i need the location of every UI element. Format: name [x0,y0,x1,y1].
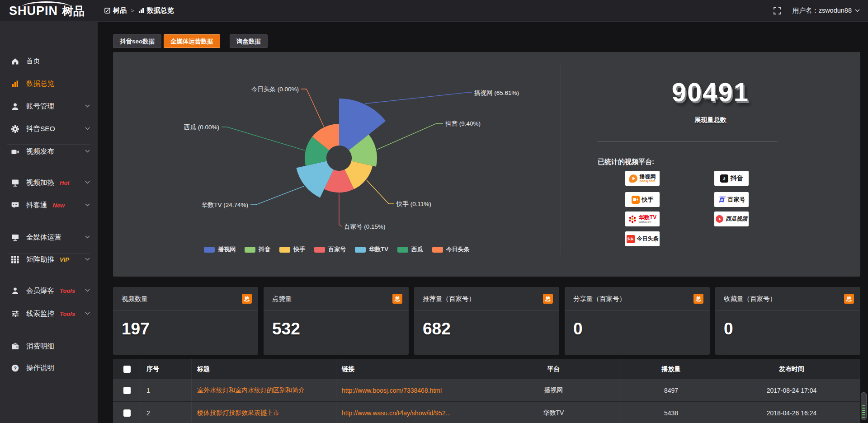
column-header-5: 播放量 [619,359,723,379]
legend-item-快手[interactable]: 快手 [279,245,305,254]
stat-card-total-badge[interactable]: 总 [392,294,402,304]
shupin-icon [104,8,110,14]
breadcrumb-current[interactable]: 数据总览 [138,6,174,15]
sidebar-item-chevron [85,150,90,153]
legend-item-百家号[interactable]: 百家号 [314,245,346,254]
cell-title-link[interactable]: 室外水纹灯和室内水纹灯的区别和简介 [192,379,336,401]
legend-item-抖音[interactable]: 抖音 [245,245,270,254]
platform-badge-百家号: 百百家号 [714,192,749,207]
legend-swatch [245,247,255,253]
pie-label-华数TV: 华数TV (24.74%) [202,202,248,208]
tab-3[interactable]: 询盘数据 [230,34,268,48]
legend-item-播视网[interactable]: 播视网 [204,245,236,254]
sidebar-item-label: 矩阵助推 [26,255,54,264]
legend-item-今日头条[interactable]: 今日头条 [432,245,470,254]
table-row: 1室外水纹灯和室内水纹灯的区别和简介http://www.boosj.com/7… [113,379,860,401]
summary-divider [597,141,778,141]
bar-chart-icon [138,8,144,14]
platform-badge-播视网: 播视网boosj.com [625,171,660,186]
sidebar-item-1[interactable]: 首页 [0,52,98,70]
row-checkbox[interactable] [123,387,131,394]
chart-legend: 播视网抖音快手百家号华数TV西瓜今日头条 [113,245,561,254]
stat-card-2: 点赞量总532 [264,287,409,355]
platform-badge-西瓜视频: 西瓜视频 [714,212,749,226]
stat-card-label: 点赞量 [272,287,292,310]
pie-label-line [250,186,304,205]
legend-label: 快手 [293,245,305,254]
stat-card-total-badge[interactable]: 总 [242,294,252,304]
stat-card-total-badge[interactable]: 总 [543,294,553,304]
pie-slice-华数TV[interactable] [296,161,334,197]
video-data-table: 序号标题链接平台播放量发布时间1室外水纹灯和室内水纹灯的区别和简介http://… [113,359,860,423]
sidebar-item-2[interactable]: 数据总览 [0,75,98,93]
member-icon [11,287,19,295]
stat-card-total-badge[interactable]: 总 [693,294,703,304]
stat-card-5: 收藏量（百家号）总0 [715,287,860,355]
username-dropdown[interactable]: 用户名：zswodun88 [793,6,860,15]
stat-card-label: 分享量（百家号） [573,287,626,310]
sidebar-item-13[interactable]: ?操作说明 [0,359,98,377]
platform-badge-抖音: ♪抖音 [714,171,749,186]
chevron-down-icon [85,150,90,153]
sidebar-item-label: 线索监控 [26,309,54,319]
fullscreen-button[interactable] [774,7,781,14]
pie-label-抖音: 抖音 (9.40%) [445,120,481,127]
sidebar-item-chevron [85,289,90,292]
cell-url-link[interactable]: http://www.boosj.com/7338468.html [336,379,488,401]
cell-url-link[interactable]: http://www.wasu.cn/Play/show/id/952... [336,402,488,423]
chat-icon [11,202,19,209]
sidebar-item-tag: New [53,202,65,209]
legend-label: 西瓜 [411,245,423,254]
stat-card-total-badge[interactable]: 总 [844,294,854,304]
sidebar-item-5[interactable]: 视频发布 [0,142,98,160]
bar-chart-icon [11,80,19,88]
cell-published: 2017-08-24 17:04 [723,379,860,401]
legend-label: 抖音 [259,245,270,254]
sidebar-item-chevron [85,258,90,261]
breadcrumb: 树品 > 数据总览 [104,0,174,21]
stat-card-4: 分享量（百家号）总0 [565,287,710,355]
cell-plays: 5438 [619,402,723,423]
legend-item-华数TV[interactable]: 华数TV [355,245,388,254]
sidebar-item-10[interactable]: 会员爆客Tools [0,282,98,300]
sidebar-item-tag: Hot [60,179,70,186]
sidebar-item-3[interactable]: 账号管理 [0,97,98,115]
boosj-logo-icon [629,174,637,183]
sidebar-nav: 首页数据总览账号管理抖音SEO视频发布视频加热Hot抖客通New全媒体运营矩阵助… [0,21,98,423]
pie-label-line [365,93,472,103]
cell-title-link[interactable]: 楼体投影灯投影效果震撼上市 [192,402,336,423]
column-header-3: 链接 [336,359,488,379]
rose-pie-chart: 播视网 (65.61%)抖音 (9.40%)快手 (0.11%)百家号 (0.1… [113,52,561,264]
sidebar-item-label: 数据总览 [26,79,54,89]
sidebar-item-tag: VIP [60,256,69,263]
sidebar-item-9[interactable]: 矩阵助推VIP [0,250,98,268]
legend-item-西瓜[interactable]: 西瓜 [397,245,423,254]
sidebar-item-4[interactable]: 抖音SEO [0,120,98,138]
sidebar-item-11[interactable]: 线索监控Tools [0,305,98,323]
chevron-down-icon [85,312,90,315]
pie-label-line [367,180,394,204]
breadcrumb-root[interactable]: 树品 [104,6,127,15]
pie-label-百家号: 百家号 (0.15%) [344,223,386,230]
cell-index: 1 [141,379,192,401]
sidebar-item-7[interactable]: 抖客通New [0,196,98,214]
stat-card-value: 682 [423,320,451,338]
sidebar-item-label: 抖客通 [26,201,47,210]
sidebar-item-8[interactable]: 全媒体运营 [0,228,98,246]
sidebar-item-6[interactable]: 视频加热Hot [0,174,98,192]
tab-1[interactable]: 抖音seo数据 [113,34,161,48]
sidebar-item-label: 视频发布 [26,147,54,156]
total-impressions-label: 展现量总数 [561,116,860,124]
legend-swatch [204,247,215,253]
chevron-down-icon [85,235,90,239]
select-all-checkbox[interactable] [123,366,131,373]
row-checkbox[interactable] [123,409,131,417]
stat-card-label: 收藏量（百家号） [724,287,776,310]
legend-swatch [432,247,443,253]
user-icon [11,103,19,110]
sliders-icon [11,310,19,318]
tab-2[interactable]: 全媒体运营数据 [164,34,220,48]
table-row: 2楼体投影灯投影效果震撼上市http://www.wasu.cn/Play/sh… [113,401,860,423]
sidebar-item-12[interactable]: 消费明细 [0,337,98,355]
scrollbar-thumb[interactable] [861,392,867,420]
